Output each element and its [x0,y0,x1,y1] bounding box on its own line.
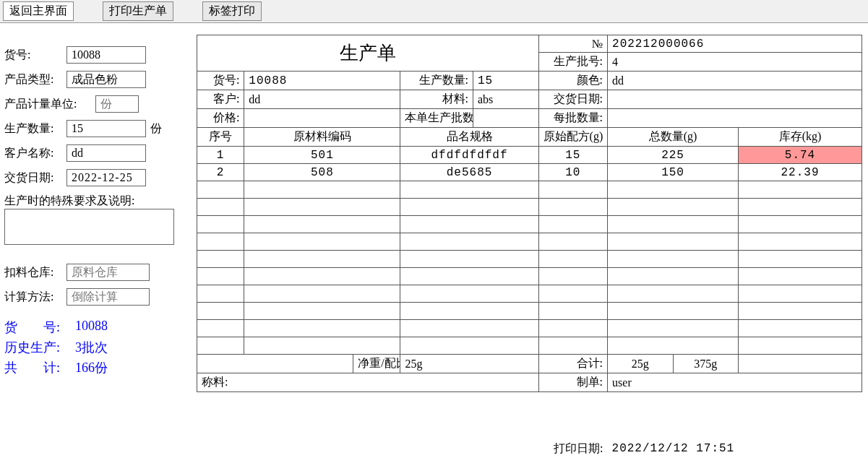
sheet-qty-label: 生产数量: [400,72,473,90]
cell: 150 [608,164,739,181]
th-formula: 原始配方(g) [538,128,608,147]
cell [739,268,862,285]
cell [538,199,608,216]
footer-empty2 [739,355,862,373]
qty-unit: 份 [150,121,162,137]
spacer [197,392,862,440]
cell [197,199,244,216]
order-no-value: 202212000066 [608,35,862,53]
sheet-per-batch [608,109,862,128]
table-row: 1501dfdfdfdfdf152255.74 [197,147,862,164]
sheet-customer: dd [244,90,400,109]
sheet-title: 生产单 [197,35,539,72]
cell [400,268,538,285]
sheet-product-no: 10088 [244,72,400,90]
cell: 10 [538,164,608,181]
main: 货号: 产品类型: 产品计量单位: 生产数量: 份 客户名称: 交货日期: 生产… [0,23,868,476]
table-row [197,320,862,337]
cell [739,181,862,199]
print-label-button[interactable]: 标签打印 [202,1,262,21]
cell: 22.39 [739,164,862,181]
right-panel: 生产单 № 202212000066 生产批号: 4 货号: 10088 生产数… [191,23,868,476]
total-qty: 375g [673,355,738,373]
unit-input[interactable] [95,95,139,113]
cell: 15 [538,147,608,164]
notes-textarea[interactable] [4,209,174,245]
product-type-input[interactable] [66,71,146,88]
summary-product-no: 货 号: 10088 [4,319,186,336]
delivery-input[interactable] [66,169,146,186]
calc-label: 计算方法: [4,290,62,305]
table-row [197,216,862,233]
cell [400,337,538,355]
sheet-color-label: 颜色: [538,72,608,90]
sheet-product-no-label: 货号: [197,72,244,90]
cell [244,251,400,268]
cell [197,337,244,355]
footer-empty3 [197,440,539,458]
cell [244,181,400,199]
cell [608,233,739,251]
warehouse-input[interactable] [66,264,150,281]
table-row: 2508de56851015022.39 [197,164,862,181]
batch-label: 生产批号: [538,53,608,72]
sheet-delivery [608,90,862,109]
qty-label: 生产数量: [4,121,62,137]
cell [538,268,608,285]
cell [538,285,608,303]
table-row [197,181,862,199]
product-no-input[interactable] [66,46,146,64]
sheet-price [244,109,400,128]
product-no-label: 货号: [4,48,62,63]
cell [244,268,400,285]
cell [608,199,739,216]
cell [739,303,862,320]
sheet-qty: 15 [473,72,539,90]
sheet-per-batch-label: 每批数量: [538,109,608,128]
qty-input[interactable] [66,120,146,137]
print-order-button[interactable]: 打印生产单 [103,1,173,21]
summary-total-label: 共 计: [4,359,62,376]
cell [244,320,400,337]
summary-product-no-label: 货 号: [4,319,62,336]
customer-input[interactable] [66,144,146,162]
total-formula: 25g [608,355,673,373]
cell [197,285,244,303]
table-row [197,233,862,251]
cell [739,337,862,355]
summary-total-value: 166份 [75,359,108,376]
cell [244,337,400,355]
weigh-label: 称料: [197,373,539,392]
sheet-material-label: 材料: [400,90,473,109]
table-row [197,199,862,216]
maker-label: 制单: [538,373,608,392]
delivery-label: 交货日期: [4,170,62,186]
summary-history-label: 历史生产: [4,339,62,356]
sheet-color: dd [608,72,862,90]
sheet-price-label: 价格: [197,109,244,128]
cell [244,216,400,233]
cell: dfdfdfdfdf [400,147,538,164]
unit-label: 产品计量单位: [4,97,91,112]
print-date-label: 打印日期: [538,440,608,458]
calc-input[interactable] [66,288,150,306]
table-row [197,303,862,320]
cell [400,199,538,216]
left-panel: 货号: 产品类型: 产品计量单位: 生产数量: 份 客户名称: 交货日期: 生产… [0,23,191,476]
table-row [197,251,862,268]
order-no-label: № [538,35,608,53]
table-header-row: 序号 原材料编码 品名规格 原始配方(g) 总数量(g) 库存(kg) [197,128,862,147]
cell [739,216,862,233]
notes-label: 生产时的特殊要求及说明: [4,194,134,207]
sheet-batch-count [473,109,539,128]
back-button[interactable]: 返回主界面 [3,1,74,21]
cell [608,181,739,199]
cell: 2 [197,164,244,181]
customer-label: 客户名称: [4,146,62,161]
th-code: 原材料编码 [244,128,400,147]
cell [244,285,400,303]
cell [197,268,244,285]
cell [608,285,739,303]
cell [400,181,538,199]
th-spec: 品名规格 [400,128,538,147]
